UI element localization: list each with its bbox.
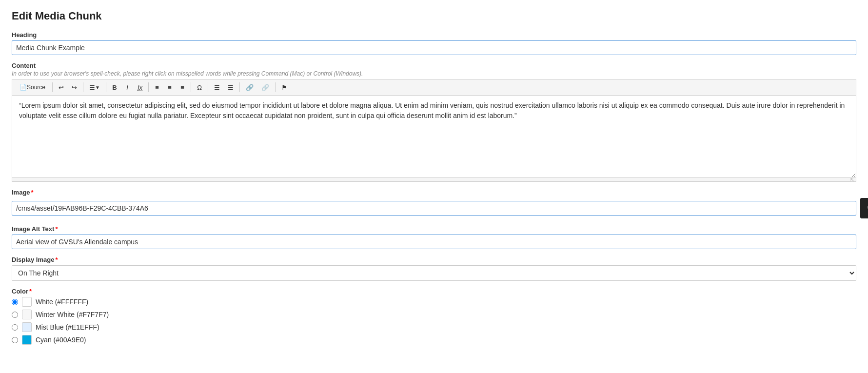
color-required-star: * (29, 288, 32, 295)
align-right-button[interactable]: ≡ (177, 81, 188, 93)
image-alt-field-group: Image Alt Text* (12, 225, 856, 249)
color-label-cyan: Cyan (#00A9E0) (36, 336, 86, 344)
image-alt-label: Image Alt Text* (12, 225, 856, 233)
color-option-winter-white: Winter White (#F7F7F7) (12, 310, 856, 319)
document-icon: 📄 (20, 84, 27, 91)
image-required-star: * (31, 189, 34, 196)
redo-icon: ↪ (72, 84, 77, 91)
remove-format-button[interactable]: Ix (134, 81, 146, 93)
image-path-input[interactable] (12, 201, 856, 216)
toolbar-separator-7 (239, 82, 240, 92)
italic-button[interactable]: I (121, 81, 133, 93)
image-label: Image* (12, 189, 856, 196)
color-swatch-winter-white (22, 310, 32, 319)
bold-button[interactable]: B (109, 81, 120, 93)
color-label-white: White (#FFFFFF) (36, 298, 88, 306)
undo-icon: ↩ (59, 84, 64, 91)
flag-icon: ⚑ (281, 84, 287, 91)
unordered-list-icon: ☰ (228, 84, 234, 91)
link-icon: 🔗 (246, 84, 254, 91)
image-field-row: 🔍 File Manager (12, 198, 856, 218)
align-left-icon: ≡ (155, 84, 159, 91)
image-alt-input[interactable] (12, 235, 856, 249)
unlink-button[interactable]: 🔗 (258, 81, 273, 93)
color-options: White (#FFFFFF)Winter White (#F7F7F7)Mis… (12, 297, 856, 345)
italic-label: I (126, 84, 128, 91)
color-option-mist-blue: Mist Blue (#E1EFFF) (12, 322, 856, 332)
image-alt-required-star: * (55, 225, 58, 233)
heading-input[interactable] (12, 40, 856, 55)
link-button[interactable]: 🔗 (242, 81, 257, 93)
page-title: Edit Media Chunk (12, 10, 856, 22)
special-chars-icon: Ω (197, 84, 202, 91)
color-radio-mist-blue[interactable] (12, 324, 18, 331)
bold-label: B (112, 84, 117, 91)
color-label: Color* (12, 288, 856, 295)
undo-button[interactable]: ↩ (55, 81, 67, 93)
heading-field-group: Heading (12, 31, 856, 55)
toolbar-separator-3 (106, 82, 106, 92)
ordered-list-icon: ☰ (214, 84, 220, 91)
align-center-button[interactable]: ≡ (164, 81, 176, 93)
toolbar-separator-8 (275, 82, 276, 92)
toolbar-separator-1 (52, 82, 53, 92)
format-dropdown-button[interactable]: ☰ ▼ (86, 81, 103, 93)
color-radio-white[interactable] (12, 299, 18, 305)
heading-label: Heading (12, 31, 856, 39)
editor-resize-handle[interactable]: ⇱ (12, 178, 856, 182)
color-option-white: White (#FFFFFF) (12, 297, 856, 307)
toolbar-separator-6 (208, 82, 208, 92)
spell-check-note: In order to use your browser's spell-che… (12, 70, 856, 77)
source-button[interactable]: 📄 Source (15, 81, 50, 93)
color-swatch-mist-blue (22, 322, 32, 332)
display-image-label: Display Image* (12, 256, 856, 263)
color-label-winter-white: Winter White (#F7F7F7) (36, 311, 109, 318)
redo-button[interactable]: ↪ (68, 81, 80, 93)
image-field-group: Image* 🔍 File Manager (12, 189, 856, 218)
content-field-group: Content In order to use your browser's s… (12, 62, 856, 182)
display-image-required-star: * (55, 256, 58, 263)
color-swatch-cyan (22, 335, 32, 345)
align-right-icon: ≡ (180, 84, 184, 91)
editor-body-text: “Lorem ipsum dolor sit amet, consectetur… (19, 100, 849, 121)
display-image-select[interactable]: On The RightOn The LeftBelowAbove (12, 265, 856, 281)
format-arrow: ▼ (95, 85, 100, 90)
editor-toolbar: 📄 Source ↩ ↪ ☰ ▼ B I Ix ≡ ≡ (12, 79, 856, 95)
color-field-group: Color* White (#FFFFFF)Winter White (#F7F… (12, 288, 856, 345)
display-image-field-group: Display Image* On The RightOn The LeftBe… (12, 256, 856, 281)
toolbar-separator-2 (83, 82, 83, 92)
flag-button[interactable]: ⚑ (278, 81, 291, 93)
content-label: Content (12, 62, 856, 69)
unlink-icon: 🔗 (261, 84, 269, 91)
color-label-mist-blue: Mist Blue (#E1EFFF) (36, 323, 99, 331)
toolbar-separator-4 (148, 82, 149, 92)
align-center-icon: ≡ (168, 84, 172, 91)
special-chars-button[interactable]: Ω (194, 81, 205, 93)
toolbar-separator-5 (191, 82, 191, 92)
color-radio-winter-white[interactable] (12, 312, 18, 318)
remove-format-label: Ix (138, 84, 142, 91)
format-icon: ☰ (89, 84, 95, 91)
color-radio-cyan[interactable] (12, 337, 18, 343)
editor-content-area[interactable]: “Lorem ipsum dolor sit amet, consectetur… (12, 95, 856, 178)
color-option-cyan: Cyan (#00A9E0) (12, 335, 856, 345)
source-label: Source (27, 84, 45, 91)
align-left-button[interactable]: ≡ (151, 81, 163, 93)
ordered-list-button[interactable]: ☰ (211, 81, 223, 93)
unordered-list-button[interactable]: ☰ (224, 81, 237, 93)
file-manager-button[interactable]: 🔍 File Manager (860, 198, 868, 218)
color-swatch-white (22, 297, 32, 307)
